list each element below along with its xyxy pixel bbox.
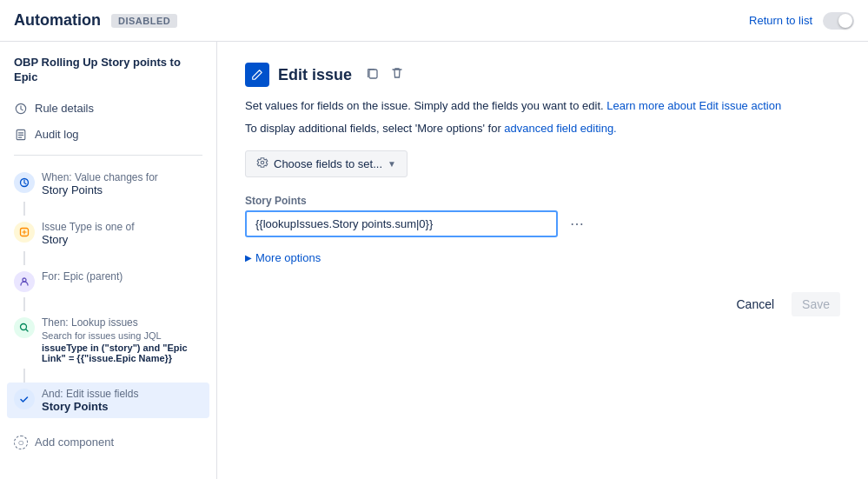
timeline-then-lookup[interactable]: Then: Lookup issues Search for issues us…: [0, 311, 216, 369]
story-points-input[interactable]: [245, 210, 558, 237]
automation-toggle[interactable]: [823, 12, 854, 30]
field-more-button[interactable]: ⋯: [565, 214, 589, 234]
for-icon: [14, 271, 35, 292]
header-left: Automation DISABLED: [14, 11, 177, 30]
svg-rect-6: [369, 70, 377, 78]
add-component-label: Add component: [35, 436, 114, 449]
sidebar: OBP Rolling Up Story points to Epic Rule…: [0, 42, 217, 479]
edit-actions: [364, 64, 406, 85]
top-header: Automation DISABLED Return to list: [0, 0, 868, 42]
choose-fields-label: Choose fields to set...: [274, 157, 382, 170]
story-points-field: Story Points ⋯: [245, 195, 840, 237]
if-content: Issue Type is one of Story: [42, 221, 202, 246]
gear-icon: [256, 156, 268, 171]
timeline: When: Value changes for Story Points Iss…: [0, 163, 216, 422]
content-area: Edit issue Set values for fields on the …: [217, 42, 868, 479]
connector-4: [23, 369, 25, 383]
if-icon: [14, 222, 35, 243]
add-component[interactable]: ○ Add component: [0, 429, 216, 456]
edit-hint: To display additional fields, select 'Mo…: [245, 120, 840, 137]
connector-3: [23, 297, 25, 311]
and-icon: [14, 389, 35, 409]
edit-issue-header: Edit issue: [245, 63, 840, 87]
clock-icon: [14, 102, 28, 116]
connector-1: [23, 202, 25, 216]
more-options-label: More options: [255, 251, 321, 264]
doc-icon: [14, 128, 28, 142]
choose-fields-button[interactable]: Choose fields to set... ▼: [245, 150, 407, 177]
learn-more-link[interactable]: Learn more about Edit issue action: [606, 99, 781, 112]
timeline-for[interactable]: For: Epic (parent): [0, 265, 216, 297]
for-content: For: Epic (parent): [42, 270, 202, 283]
when-content: When: Value changes for Story Points: [42, 171, 202, 196]
story-points-label: Story Points: [245, 195, 840, 207]
audit-log-label: Audit log: [35, 128, 79, 141]
sidebar-item-audit-log[interactable]: Audit log: [0, 122, 216, 148]
advanced-editing-link[interactable]: advanced field editing.: [504, 122, 616, 135]
then-lookup-content: Then: Lookup issues Search for issues us…: [42, 316, 202, 363]
sidebar-divider: [14, 155, 202, 156]
field-row: ⋯: [245, 210, 840, 237]
timeline-and-edit[interactable]: And: Edit issue fields Story Points: [7, 383, 209, 418]
then-icon: [14, 317, 35, 338]
more-options[interactable]: ▶ More options: [245, 251, 840, 264]
toggle-knob: [838, 14, 852, 28]
edit-description: Set values for fields on the issue. Simp…: [245, 97, 840, 115]
cancel-button[interactable]: Cancel: [726, 292, 785, 316]
copy-button[interactable]: [364, 64, 381, 85]
rule-title: OBP Rolling Up Story points to Epic: [0, 52, 216, 96]
edit-issue-title: Edit issue: [278, 66, 352, 84]
connector-2: [23, 251, 25, 265]
app-title: Automation: [14, 11, 101, 30]
footer-buttons: Cancel Save: [245, 292, 840, 316]
save-button[interactable]: Save: [792, 292, 840, 316]
disabled-badge: DISABLED: [111, 14, 177, 28]
add-component-icon: ○: [14, 436, 28, 449]
delete-button[interactable]: [388, 64, 406, 85]
timeline-if[interactable]: Issue Type is one of Story: [0, 216, 216, 251]
when-icon: [14, 172, 35, 193]
rule-details-label: Rule details: [35, 102, 94, 115]
pencil-icon: [245, 63, 269, 87]
sidebar-item-rule-details[interactable]: Rule details: [0, 96, 216, 122]
main-layout: OBP Rolling Up Story points to Epic Rule…: [0, 42, 868, 479]
chevron-right-icon: ▶: [245, 253, 252, 263]
return-to-list-link[interactable]: Return to list: [749, 14, 812, 27]
and-edit-content: And: Edit issue fields Story Points: [42, 388, 202, 413]
chevron-down-icon: ▼: [388, 159, 396, 169]
header-right: Return to list: [749, 12, 854, 30]
timeline-when[interactable]: When: Value changes for Story Points: [0, 166, 216, 202]
